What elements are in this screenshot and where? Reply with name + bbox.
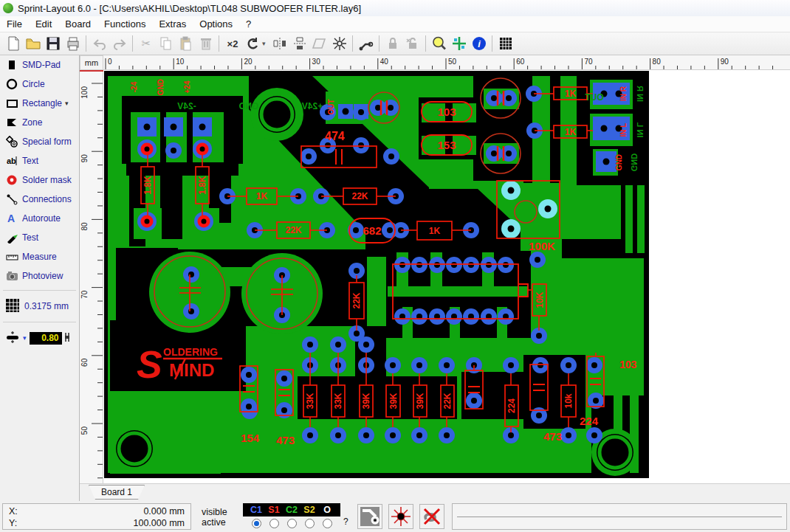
- layer-c2[interactable]: C2: [283, 505, 300, 515]
- svg-text:1K: 1K: [429, 226, 441, 236]
- origin-crosshair-button[interactable]: [449, 35, 469, 53]
- sidebar-item-zone[interactable]: Zone: [0, 113, 79, 132]
- special-form-icon: [5, 136, 18, 148]
- crosshair-mode-icon: [391, 506, 411, 527]
- sidebar-item-autoroute[interactable]: AAutoroute: [0, 209, 79, 228]
- info-icon: i: [471, 35, 487, 52]
- test-icon: [5, 232, 18, 243]
- track-width-dropdown[interactable]: ▾: [23, 334, 27, 342]
- print-button[interactable]: [63, 35, 83, 53]
- svg-text:1K: 1K: [256, 191, 268, 201]
- tilt-button[interactable]: [309, 35, 329, 53]
- menu-?[interactable]: ?: [239, 17, 258, 31]
- layer-radio-c1[interactable]: [252, 519, 261, 528]
- rotate-dropdown[interactable]: ▾: [262, 40, 269, 47]
- copy-button[interactable]: [156, 35, 176, 53]
- sidebar-item-circle[interactable]: Circle: [0, 75, 79, 94]
- soldering-mind-logo: SOLDERINGMIND: [137, 343, 222, 386]
- undo-button[interactable]: [89, 35, 109, 53]
- layer-radios[interactable]: [243, 517, 340, 530]
- sidebar-item-label: Special form: [22, 137, 72, 147]
- svg-text:10k: 10k: [563, 393, 574, 408]
- sidebar-item-measure[interactable]: Measure: [0, 247, 79, 266]
- layer-names[interactable]: C1S1C2S2O: [243, 503, 340, 517]
- mirror-horizontal-button[interactable]: [269, 35, 289, 53]
- menu-options[interactable]: Options: [193, 17, 239, 31]
- menu-functions[interactable]: Functions: [97, 17, 152, 31]
- rectangle-dropdown[interactable]: ▾: [65, 100, 69, 107]
- svg-text:90: 90: [80, 154, 89, 163]
- track-slider-icon[interactable]: [64, 331, 70, 345]
- sidebar-item-special-form[interactable]: Special form: [0, 132, 79, 151]
- copy-icon: [158, 35, 174, 52]
- svg-text:22K: 22K: [442, 393, 453, 409]
- lock-button[interactable]: [382, 35, 402, 53]
- cut-button[interactable]: ✂: [136, 35, 156, 53]
- svg-text:ab: ab: [7, 156, 16, 165]
- grid-button[interactable]: [495, 35, 515, 53]
- board-canvas[interactable]: 78695104113122131141.8K1.8K1K22K22K1K1K1…: [103, 70, 790, 483]
- sidebar-item-smd-pad[interactable]: SMD-Pad: [0, 55, 79, 75]
- layer-radio-s2[interactable]: [305, 519, 315, 528]
- svg-text:+24V: +24V: [302, 101, 323, 111]
- menu-extras[interactable]: Extras: [152, 17, 193, 31]
- pcb-board[interactable]: 78695104113122131141.8K1.8K1K22K22K1K1K1…: [104, 71, 649, 478]
- track-width-value[interactable]: 0.80: [30, 332, 62, 345]
- layer-c1[interactable]: C1: [247, 505, 265, 515]
- track-width-setting[interactable]: ▾0.80: [0, 327, 79, 349]
- paste-icon: [178, 35, 194, 52]
- track-mode-button[interactable]: [357, 504, 382, 529]
- svg-text:100: 100: [80, 86, 89, 99]
- menu-bar: FileEditBoardFunctionsExtrasOptions?: [0, 16, 790, 32]
- menu-board[interactable]: Board: [58, 17, 97, 31]
- sidebar-item-rectangle[interactable]: Rectangle ▾: [0, 94, 79, 113]
- active-label: active: [202, 517, 241, 528]
- duplicate-button[interactable]: ×2: [222, 35, 242, 53]
- no-connection-button[interactable]: [419, 504, 444, 529]
- measure-icon: [5, 251, 18, 263]
- toolbar: ✂×2▾i: [0, 32, 790, 55]
- svg-text:50: 50: [80, 426, 89, 435]
- zoom-button[interactable]: [429, 35, 449, 53]
- info-button[interactable]: i: [469, 35, 489, 53]
- paste-button[interactable]: [176, 35, 196, 53]
- mirror-vertical-button[interactable]: [289, 35, 309, 53]
- status-message-panel: [452, 503, 787, 530]
- sidebar-item-photoview[interactable]: Photoview: [0, 266, 79, 286]
- layer-radio-c2[interactable]: [287, 519, 297, 528]
- layer-radio-o[interactable]: [323, 519, 332, 528]
- reroute-button[interactable]: [356, 35, 376, 53]
- svg-text:473: 473: [276, 434, 295, 446]
- save-file-button[interactable]: [43, 35, 63, 53]
- x-label: X:: [9, 505, 18, 517]
- rotate-button[interactable]: [242, 35, 262, 53]
- redo-button[interactable]: [109, 35, 129, 53]
- explode-button[interactable]: [329, 35, 349, 53]
- sidebar-item-test[interactable]: Test: [0, 228, 79, 247]
- svg-text:1K: 1K: [565, 127, 577, 137]
- menu-file[interactable]: File: [0, 17, 29, 31]
- layer-o[interactable]: O: [318, 505, 336, 515]
- save-file-icon: [45, 35, 61, 52]
- sidebar-item-solder-mask[interactable]: Solder mask: [0, 170, 79, 190]
- layer-s1[interactable]: S1: [265, 505, 283, 515]
- layer-s2[interactable]: S2: [300, 505, 318, 515]
- layer-help[interactable]: ?: [343, 517, 348, 527]
- zoom-icon: [431, 35, 447, 52]
- menu-edit[interactable]: Edit: [29, 17, 58, 31]
- smd-pad-icon: [5, 59, 18, 71]
- svg-text:80: 80: [80, 222, 89, 231]
- new-file-button[interactable]: [3, 35, 23, 53]
- board-tab[interactable]: Board 1: [89, 485, 145, 500]
- svg-text:22K: 22K: [285, 225, 301, 235]
- grid-setting[interactable]: 0.3175 mm: [0, 295, 79, 317]
- layer-radio-s1[interactable]: [269, 519, 279, 528]
- unlock-button[interactable]: [402, 35, 422, 53]
- rotate-icon: [244, 35, 261, 52]
- svg-text:OUT: OUT: [585, 92, 604, 103]
- sidebar-item-text[interactable]: abText: [0, 151, 79, 170]
- delete-button[interactable]: [196, 35, 216, 53]
- crosshair-mode-button[interactable]: [388, 504, 413, 529]
- open-file-button[interactable]: [23, 35, 43, 53]
- sidebar-item-connections[interactable]: Connections: [0, 190, 79, 209]
